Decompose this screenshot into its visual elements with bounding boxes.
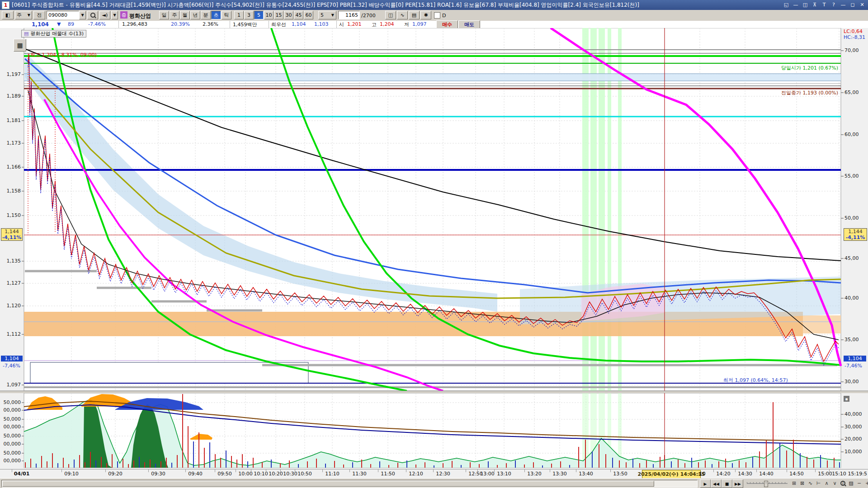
period-button-월[interactable]: 월 — [180, 11, 190, 19]
d-checkbox[interactable] — [434, 12, 440, 19]
settings-button[interactable]: ✱ — [420, 11, 431, 19]
stop-button[interactable]: ■ — [722, 479, 732, 488]
tag-icon: ▤ — [24, 31, 28, 37]
window-control-7[interactable]: ◻ — [849, 1, 857, 8]
status-tool-icon-5[interactable]: ∨ — [831, 479, 839, 487]
interval-button-15[interactable]: 15 — [274, 11, 283, 19]
type-combo[interactable]: 주▼ — [15, 11, 32, 19]
time-label: 15:10 — [832, 471, 846, 477]
status-tool-icon-4[interactable]: ∧ — [823, 479, 830, 487]
high-price: 1,204 — [380, 21, 394, 27]
current-clock: 15:19:5 — [848, 471, 867, 477]
time-label: 12:10 — [409, 471, 423, 477]
jeon-button[interactable]: 전 — [33, 11, 45, 19]
indicator-tick-label: 55,00 — [844, 173, 859, 179]
interval-button-30[interactable]: 30 — [284, 11, 293, 19]
chart-canvas[interactable] — [0, 28, 868, 469]
time-label: 09:20 — [108, 471, 123, 477]
period-button-일[interactable]: 일 — [159, 11, 169, 19]
window-control-0[interactable]: ◱ — [782, 1, 790, 8]
status-tool-icon-7[interactable]: ▨ — [847, 479, 855, 487]
status-tool-icon-1[interactable]: ⊠ — [798, 479, 806, 487]
interval-button-60[interactable]: 60 — [304, 11, 313, 19]
prevclose-annotation: 전일종가 1,193 (0.00%) — [781, 89, 838, 96]
best-label: 최우선 — [271, 21, 286, 28]
marker-left-blue-pct: -7,46% — [3, 363, 20, 369]
window-title: [0601] 주식종합차트 - 유통비율[44.5] 거래대금[1,459(백만… — [12, 1, 639, 9]
status-tool-icon-8[interactable]: − — [855, 479, 863, 487]
window-control-8[interactable]: ✕ — [858, 1, 866, 8]
sub-tick-label: 50,000 — [0, 399, 21, 405]
status-tool-icon-9[interactable]: + — [863, 479, 868, 487]
price-tick-label: 1,135 — [0, 258, 21, 264]
quote-info-bar: 1,104 ▼ 89 -7.46% 1,296,483 20.39% 2.36%… — [0, 21, 868, 28]
status-tool-icon-0[interactable]: ⊞ — [790, 479, 798, 487]
sound-button[interactable]: ◄) — [99, 11, 110, 19]
status-tool-icon-3[interactable]: ⊢ — [815, 479, 822, 487]
period-button-년[interactable]: 년 — [190, 11, 200, 19]
window-control-6[interactable]: — — [839, 1, 847, 8]
time-axis: 2025/04/02(수) 14:04:15 15:19:5 04/0109:1… — [0, 469, 868, 479]
best-ask: 1,103 — [314, 21, 329, 27]
window-control-2[interactable]: ◫ — [801, 1, 809, 8]
period-button-초[interactable]: 초 — [211, 11, 221, 19]
play-button[interactable]: ▶ — [700, 479, 711, 488]
interval-button-3[interactable]: 3 — [244, 11, 254, 19]
rewind-button[interactable]: ◀◀ — [711, 479, 722, 488]
sub-tick-label: 40,000 — [844, 411, 862, 417]
window-control-4[interactable]: T — [820, 1, 828, 8]
period-button-틱[interactable]: 틱 — [222, 11, 231, 19]
window-control-1[interactable]: — — [792, 1, 800, 8]
horizontal-scrollbar[interactable] — [1, 480, 698, 488]
marker-right-blue-pct: -7,46% — [844, 363, 862, 369]
time-label: 15:00 — [818, 471, 832, 477]
indicator-tick-label: 65,00 — [844, 89, 859, 95]
forward-button[interactable]: ▶▶ — [732, 479, 743, 488]
price-tick-label: 1,166 — [0, 164, 21, 170]
high-annotation: 최고 1,204 (-8.31%, 09:00) — [30, 52, 97, 58]
title-bar[interactable]: 1 [0601] 주식종합차트 - 유통비율[44.5] 거래대금[1,459(… — [0, 0, 868, 10]
time-label: 12:30 — [436, 471, 450, 477]
line-chart-button[interactable]: ∿ — [397, 11, 408, 19]
window-control-3[interactable]: ⊼ — [811, 1, 819, 8]
sub-panel-expand-icon[interactable]: ▪ — [844, 396, 849, 402]
chart-tag-chip[interactable]: ▤ 평화산업 매물대 수(13) — [21, 30, 86, 38]
scrollbar-thumb[interactable] — [2, 481, 654, 487]
search-icon — [90, 13, 95, 18]
time-label: 09:10 — [64, 471, 79, 477]
chart-grid-button[interactable]: ▦ — [14, 39, 26, 52]
period-button-주[interactable]: 주 — [170, 11, 179, 19]
status-tool-icon-2[interactable]: ∿ — [807, 479, 814, 487]
period-button-분[interactable]: 분 — [201, 11, 211, 19]
time-label: 10:30 — [283, 471, 297, 477]
interval-button-1[interactable]: 1 — [234, 11, 244, 19]
code-dropdown-button[interactable]: ▼ — [79, 11, 86, 19]
sub-tick-label: 00,000 — [0, 458, 21, 464]
low-annotation: 최저 1,097 (0.64%, 14:57) — [723, 377, 788, 384]
sub-tick-label: 00,000 — [0, 441, 21, 447]
sub-tick-label: 30,000 — [844, 424, 862, 430]
window-switch-button[interactable]: ◧ — [2, 11, 14, 19]
window-control-5[interactable]: ? — [830, 1, 838, 8]
time-label: 04/01 — [14, 471, 30, 477]
search-button[interactable] — [87, 11, 98, 19]
interval-combo[interactable]: 5▼ — [318, 11, 336, 19]
time-label: 11:10 — [325, 471, 340, 477]
status-bar: ▶◀◀■▶▶ ⊞⊠∿⊢∧∨≀▨−+A — [0, 478, 868, 488]
sound-dropdown-button[interactable]: ▼ — [111, 11, 118, 19]
interval-button-10[interactable]: 10 — [264, 11, 274, 19]
marker-left-blue: 1,104 — [1, 356, 23, 361]
price-tick-label: 1,189 — [0, 93, 21, 99]
interval-button-5[interactable]: 5 — [254, 11, 264, 19]
stock-code-input[interactable] — [47, 11, 79, 19]
open-annotation: 당일시가 1,201 (0.67%) — [781, 65, 838, 71]
turnover: 2.36% — [203, 21, 218, 27]
candle-chart-button[interactable]: ◫ — [385, 11, 396, 19]
d-label: D — [442, 13, 446, 19]
save-button[interactable]: ▤ — [409, 11, 420, 19]
sub-tick-label: 00,000 — [0, 424, 21, 430]
indicator-tick-label: 50,00 — [844, 215, 859, 221]
candle-count-input[interactable] — [338, 11, 360, 19]
interval-button-45[interactable]: 45 — [294, 11, 303, 19]
time-label: 14:50 — [789, 471, 804, 477]
